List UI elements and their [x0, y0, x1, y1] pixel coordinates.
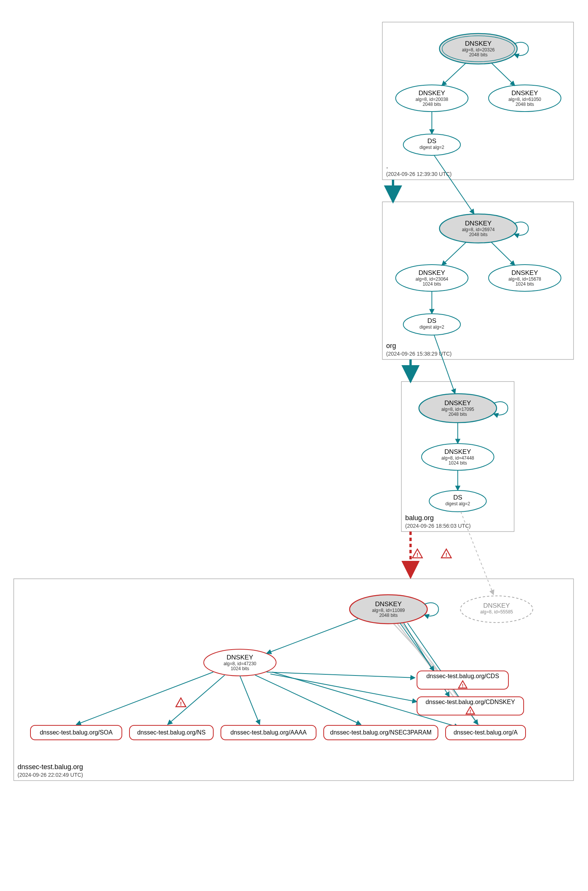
- zone-balug-label: balug.org: [405, 514, 434, 522]
- svg-text:alg=8, id=23064: alg=8, id=23064: [415, 276, 448, 282]
- svg-text:alg=8, id=55585: alg=8, id=55585: [480, 609, 513, 615]
- svg-text:!: !: [417, 551, 419, 558]
- zone-root-ts: (2024-09-26 12:39:30 UTC): [386, 171, 452, 177]
- node-org-ksk[interactable]: DNSKEY alg=8, id=26974 2048 bits: [439, 214, 517, 243]
- rrset-cds[interactable]: dnssec-test.balug.org/CDS !: [417, 671, 508, 689]
- svg-text:DNSKEY: DNSKEY: [375, 600, 402, 608]
- zone-dnssec-ts: (2024-09-26 22:02:49 UTC): [18, 772, 83, 778]
- svg-text:2048 bits: 2048 bits: [449, 412, 467, 417]
- node-balug-zsk[interactable]: DNSKEY alg=8, id=47448 1024 bits: [422, 444, 494, 470]
- svg-text:1024 bits: 1024 bits: [423, 281, 441, 287]
- edge: [168, 675, 225, 725]
- svg-text:dnssec-test.balug.org/NS: dnssec-test.balug.org/NS: [137, 729, 206, 736]
- svg-text:dnssec-test.balug.org/NSEC3PAR: dnssec-test.balug.org/NSEC3PARAM: [330, 729, 431, 736]
- svg-text:2048 bits: 2048 bits: [516, 102, 534, 107]
- zone-balug-ts: (2024-09-26 18:56:03 UTC): [405, 523, 471, 529]
- edge: [76, 672, 213, 725]
- svg-text:DS: DS: [427, 317, 436, 324]
- svg-text:DS: DS: [427, 137, 436, 145]
- svg-text:alg=8, id=20038: alg=8, id=20038: [415, 97, 448, 102]
- svg-text:2048 bits: 2048 bits: [379, 613, 398, 618]
- svg-text:alg=8, id=20326: alg=8, id=20326: [462, 47, 495, 53]
- svg-text:DNSKEY: DNSKEY: [444, 448, 471, 455]
- svg-text:!: !: [462, 683, 463, 688]
- edge: [491, 63, 515, 86]
- rrset-nsec3param[interactable]: dnssec-test.balug.org/NSEC3PARAM: [324, 725, 438, 740]
- svg-text:DS: DS: [453, 494, 462, 501]
- node-root-zsk2[interactable]: DNSKEY alg=8, id=61050 2048 bits: [489, 85, 561, 112]
- node-root-ds[interactable]: DS digest alg=2: [403, 134, 460, 155]
- node-balug-ds[interactable]: DS digest alg=2: [429, 490, 486, 512]
- rrset-aaaa[interactable]: dnssec-test.balug.org/AAAA: [221, 725, 316, 740]
- svg-text:!: !: [470, 709, 471, 714]
- node-org-zsk2[interactable]: DNSKEY alg=8, id=15678 1024 bits: [489, 265, 561, 291]
- svg-text:dnssec-test.balug.org/AAAA: dnssec-test.balug.org/AAAA: [230, 729, 307, 736]
- svg-text:1024 bits: 1024 bits: [231, 666, 249, 671]
- svg-text:DNSKEY: DNSKEY: [483, 602, 510, 609]
- svg-text:alg=8, id=61050: alg=8, id=61050: [508, 97, 541, 102]
- edge: [240, 676, 260, 725]
- rrset-ns[interactable]: dnssec-test.balug.org/NS: [129, 725, 213, 740]
- node-root-ksk[interactable]: DNSKEY alg=8, id=20326 2048 bits: [439, 34, 517, 64]
- edge: [442, 242, 466, 265]
- svg-text:DNSKEY: DNSKEY: [419, 269, 445, 276]
- svg-text:dnssec-test.balug.org/SOA: dnssec-test.balug.org/SOA: [40, 729, 113, 736]
- node-org-zsk1[interactable]: DNSKEY alg=8, id=23064 1024 bits: [396, 265, 468, 291]
- svg-text:digest alg=2: digest alg=2: [419, 324, 444, 330]
- zone-dnssec-label: dnssec-test.balug.org: [18, 763, 83, 771]
- node-balug-ksk[interactable]: DNSKEY alg=8, id=17095 2048 bits: [419, 394, 497, 423]
- svg-text:1024 bits: 1024 bits: [449, 460, 467, 466]
- edge: [434, 155, 474, 214]
- svg-text:DNSKEY: DNSKEY: [465, 220, 492, 227]
- svg-text:alg=8, id=47230: alg=8, id=47230: [224, 661, 256, 666]
- svg-text:2048 bits: 2048 bits: [469, 232, 488, 237]
- svg-text:alg=8, id=17095: alg=8, id=17095: [441, 407, 474, 412]
- svg-text:alg=8, id=26974: alg=8, id=26974: [462, 227, 495, 232]
- svg-text:2048 bits: 2048 bits: [469, 52, 488, 57]
- svg-text:DNSKEY: DNSKEY: [444, 399, 471, 407]
- edge: [442, 63, 466, 86]
- zone-root-label: .: [386, 162, 388, 170]
- rrset-soa[interactable]: dnssec-test.balug.org/SOA: [30, 725, 122, 740]
- svg-text:alg=8, id=47448: alg=8, id=47448: [441, 455, 474, 461]
- node-dt-ksk[interactable]: DNSKEY alg=8, id=11089 2048 bits: [350, 595, 427, 624]
- svg-text:1024 bits: 1024 bits: [516, 281, 534, 287]
- zone-org-label: org: [386, 342, 396, 350]
- svg-text:DNSKEY: DNSKEY: [511, 89, 538, 97]
- svg-text:dnssec-test.balug.org/CDNSKEY: dnssec-test.balug.org/CDNSKEY: [426, 699, 515, 705]
- node-root-zsk1[interactable]: DNSKEY alg=8, id=20038 2048 bits: [396, 85, 468, 112]
- svg-text:DNSKEY: DNSKEY: [419, 89, 445, 97]
- node-org-ds[interactable]: DS digest alg=2: [403, 314, 460, 335]
- svg-text:dnssec-test.balug.org/CDS: dnssec-test.balug.org/CDS: [426, 673, 499, 679]
- rrset-cdnskey[interactable]: dnssec-test.balug.org/CDNSKEY !: [417, 697, 524, 715]
- node-dt-zsk[interactable]: DNSKEY alg=8, id=47230 1024 bits: [204, 649, 276, 676]
- rrset-a[interactable]: dnssec-test.balug.org/A: [446, 725, 526, 740]
- svg-text:!: !: [446, 551, 447, 558]
- node-dt-missing[interactable]: DNSKEY alg=8, id=55585: [460, 596, 533, 623]
- svg-text:DNSKEY: DNSKEY: [227, 654, 253, 661]
- warning-icon: !: [412, 549, 422, 558]
- svg-text:alg=8, id=15678: alg=8, id=15678: [508, 276, 541, 282]
- svg-text:alg=8, id=11089: alg=8, id=11089: [372, 608, 405, 613]
- svg-text:digest alg=2: digest alg=2: [419, 145, 444, 150]
- svg-text:dnssec-test.balug.org/A: dnssec-test.balug.org/A: [454, 729, 518, 736]
- warning-icon: !: [441, 549, 451, 558]
- svg-text:DNSKEY: DNSKEY: [511, 269, 538, 276]
- svg-text:digest alg=2: digest alg=2: [445, 501, 470, 506]
- svg-text:2048 bits: 2048 bits: [423, 102, 441, 107]
- svg-text:DNSKEY: DNSKEY: [465, 40, 492, 47]
- edge: [491, 242, 515, 265]
- warning-icon: !: [176, 698, 186, 707]
- svg-text:!: !: [180, 700, 182, 707]
- edge: [267, 619, 358, 653]
- edge: [434, 335, 455, 394]
